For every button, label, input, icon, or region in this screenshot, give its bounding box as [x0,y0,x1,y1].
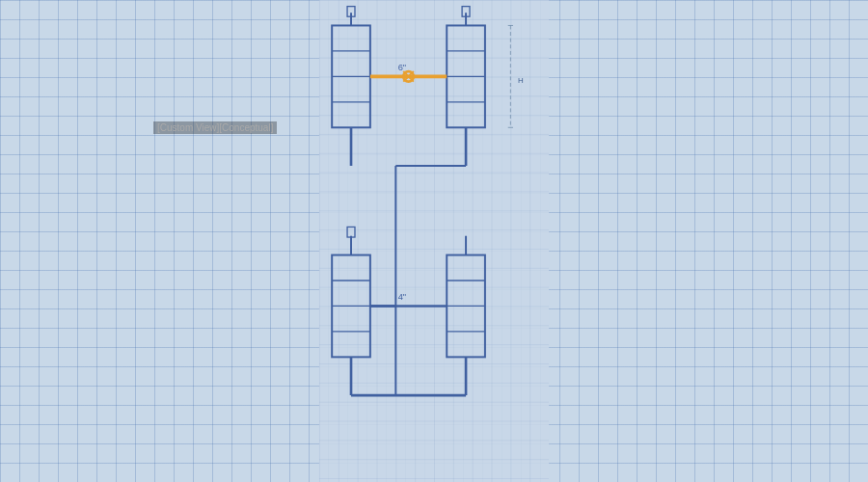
right-panel-svg: 6" 4" H [0,0,868,482]
svg-text:6": 6" [398,63,406,72]
svg-text:H: H [518,76,524,85]
right-panel: 6" 4" H [694,118,868,482]
viewport-label: [Custom View][Conceptual] [153,121,277,134]
main-area: Piping Components [0,118,868,482]
svg-rect-124 [319,0,549,482]
svg-text:4": 4" [398,292,406,302]
